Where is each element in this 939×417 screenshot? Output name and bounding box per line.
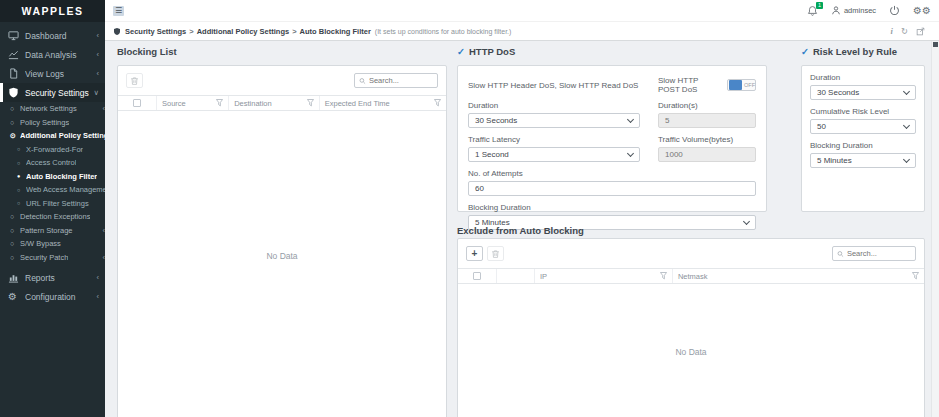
risk-duration-select[interactable]: 30 Seconds xyxy=(810,85,916,100)
select-value: 30 Seconds xyxy=(817,88,859,97)
risk-level-title: ✓ Risk Level by Rule xyxy=(801,46,897,57)
select-all-checkbox[interactable] xyxy=(473,272,481,280)
circle-icon: ○ xyxy=(10,254,20,261)
chevron-down-icon: ∨ xyxy=(91,88,100,97)
sidebar-item-data-analysis[interactable]: Data Analysis ‹ xyxy=(0,45,105,64)
exclude-search xyxy=(832,246,916,261)
sidebar-item-sw-bypass[interactable]: ○ S/W Bypass xyxy=(0,237,105,251)
sidebar-nav: Dashboard ‹ Data Analysis ‹ View Logs ‹ … xyxy=(0,22,105,306)
filter-icon[interactable] xyxy=(216,99,223,107)
sidebar-item-network-settings[interactable]: ○ Network Settings ‹ xyxy=(0,102,105,116)
toggle-state-label: OFF xyxy=(743,82,755,88)
user-menu[interactable]: adminsec xyxy=(831,5,876,16)
sidebar-item-label: Data Analysis xyxy=(25,50,77,60)
menu-toggle-icon[interactable]: ☰ xyxy=(113,6,124,16)
risk-blocking-duration-field: Blocking Duration 5 Minutes xyxy=(802,141,924,168)
attempts-input[interactable] xyxy=(468,181,756,196)
checked-icon[interactable]: ✓ xyxy=(457,46,465,57)
sidebar-item-auto-blocking-filter[interactable]: ● Auto Blocking Filter xyxy=(0,170,105,184)
duration-select[interactable]: 30 Seconds xyxy=(468,113,640,128)
filter-icon[interactable] xyxy=(434,99,441,107)
slow-header-dos-label: Slow HTTP Header DoS, Slow HTTP Read DoS xyxy=(468,76,640,94)
dot-icon: ● xyxy=(17,173,26,179)
delete-button[interactable] xyxy=(126,73,143,88)
sidebar-item-label: Security Patch xyxy=(20,253,68,262)
filter-icon[interactable] xyxy=(660,272,667,280)
traffic-volume-input[interactable] xyxy=(658,147,756,162)
delete-button[interactable] xyxy=(487,246,504,261)
scrollbar-thumb[interactable] xyxy=(933,42,938,47)
sidebar-item-label: Reports xyxy=(25,273,55,283)
notification-badge: 1 xyxy=(816,2,823,9)
filter-icon[interactable] xyxy=(307,99,314,107)
empty-state: No Data xyxy=(458,347,924,357)
circle-icon: ○ xyxy=(10,105,20,112)
sidebar-item-label: Auto Blocking Filter xyxy=(26,172,97,181)
plus-icon: + xyxy=(472,249,478,259)
slow-post-dos-row: Slow HTTP POST DoS OFF xyxy=(658,76,756,94)
search-icon xyxy=(837,250,844,258)
gear-icon: ⚙ xyxy=(8,291,21,302)
column-label: Netmask xyxy=(678,272,708,281)
checked-icon[interactable]: ✓ xyxy=(801,46,809,57)
sidebar-item-pattern-storage[interactable]: ○ Pattern Storage ‹ xyxy=(0,224,105,238)
slow-post-dos-toggle[interactable]: OFF xyxy=(727,79,756,91)
notifications-button[interactable]: 1 xyxy=(807,5,818,17)
breadcrumb-item[interactable]: Security Settings xyxy=(125,27,186,36)
search-input[interactable] xyxy=(847,249,911,258)
cumulative-risk-field: Cumulative Risk Level 50 xyxy=(802,107,924,134)
select-all-checkbox[interactable] xyxy=(133,99,141,107)
info-icon[interactable]: i xyxy=(891,27,893,36)
breadcrumb-item[interactable]: Additional Policy Settings xyxy=(197,27,290,36)
risk-blocking-duration-select[interactable]: 5 Minutes xyxy=(810,153,916,168)
sidebar-item-x-forwarded-for[interactable]: ○ X-Forwarded-For xyxy=(0,143,105,157)
app-logo: WAPPLES xyxy=(0,0,105,22)
bar-chart-icon xyxy=(8,272,21,283)
refresh-icon[interactable]: ↻ xyxy=(901,27,908,36)
chevron-left-icon: ‹ xyxy=(94,292,100,301)
exclude-toolbar: + xyxy=(458,239,924,268)
field-label: Traffic Volume(bytes) xyxy=(658,135,756,144)
circle-icon: ○ xyxy=(10,240,20,247)
sidebar-item-policy-settings[interactable]: ○ Policy Settings xyxy=(0,116,105,130)
column-label: IP xyxy=(540,272,547,281)
breadcrumb-item[interactable]: Auto Blocking Filter xyxy=(300,27,371,36)
sidebar-item-url-filter-settings[interactable]: ○ URL Filter Settings xyxy=(0,197,105,211)
traffic-latency-field: Traffic Latency 1 Second xyxy=(468,128,640,162)
power-icon xyxy=(889,5,900,16)
sidebar-item-security-settings[interactable]: Security Settings ∨ xyxy=(0,83,105,102)
shield-icon xyxy=(8,87,21,98)
username: adminsec xyxy=(844,6,876,15)
column-expected-end-time: Expected End Time xyxy=(319,96,446,110)
sidebar-item-label: Configuration xyxy=(25,292,76,302)
sidebar-item-access-control[interactable]: ○ Access Control xyxy=(0,156,105,170)
sidebar-item-security-patch[interactable]: ○ Security Patch ‹ xyxy=(0,251,105,265)
add-button[interactable]: + xyxy=(466,246,483,261)
blocking-list-toolbar xyxy=(118,66,446,95)
filter-icon[interactable] xyxy=(912,272,919,280)
sidebar-item-reports[interactable]: Reports ‹ xyxy=(0,268,105,287)
sidebar-item-dashboard[interactable]: Dashboard ‹ xyxy=(0,26,105,45)
sidebar-item-additional-policy-settings[interactable]: ⊙ Additional Policy Settings xyxy=(0,129,105,143)
circle-icon: ○ xyxy=(17,160,26,166)
search-input[interactable] xyxy=(369,76,433,85)
sidebar-item-web-access-management[interactable]: ○ Web Access Management xyxy=(0,183,105,197)
cumulative-risk-select[interactable]: 50 xyxy=(810,119,916,134)
section-title-text: HTTP DoS xyxy=(469,46,515,57)
sidebar-item-configuration[interactable]: ⚙ Configuration ‹ xyxy=(0,287,105,306)
field-label: Cumulative Risk Level xyxy=(810,107,916,116)
column-label: Expected End Time xyxy=(325,99,390,108)
traffic-latency-select[interactable]: 1 Second xyxy=(468,147,640,162)
field-label: No. of Attempts xyxy=(468,169,756,178)
logout-button[interactable] xyxy=(889,5,900,16)
chevron-left-icon: ‹ xyxy=(94,273,100,282)
vertical-scrollbar[interactable] xyxy=(931,41,939,417)
sidebar-item-view-logs[interactable]: View Logs ‹ xyxy=(0,64,105,83)
select-value: 30 Seconds xyxy=(475,116,517,125)
duration-s-input[interactable] xyxy=(658,113,756,128)
monitor-icon xyxy=(8,30,21,41)
settings-gears-button[interactable]: ⚙⚙ xyxy=(913,6,931,16)
edit-icon[interactable] xyxy=(916,27,925,36)
sidebar-item-detection-exceptions[interactable]: ○ Detection Exceptions xyxy=(0,210,105,224)
header-checkbox-cell xyxy=(458,269,496,283)
